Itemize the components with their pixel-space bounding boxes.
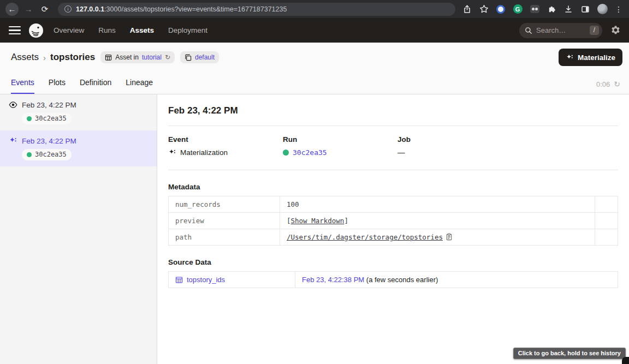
- table-row: num_records 100: [169, 196, 618, 213]
- url-text: 127.0.0.1:3000/assets/topstories?view=ev…: [76, 5, 287, 13]
- table-row: topstory_ids Feb 23, 4:22:38 PM (a few s…: [169, 272, 618, 288]
- app-navbar: Overview Runs Assets Deployment /: [0, 18, 629, 43]
- job-column-label: Job: [397, 135, 512, 144]
- source-data-heading: Source Data: [168, 258, 618, 266]
- asset-page-header: Assets › topstories Asset in tutorial ↻ …: [0, 43, 629, 94]
- materialization-sparkle-icon: [9, 136, 17, 145]
- run-id: 30c2ea35: [35, 151, 67, 158]
- breadcrumb-separator: ›: [43, 53, 46, 62]
- event-timestamp: Feb 23, 4:22 PM: [22, 137, 76, 145]
- metadata-key: num_records: [169, 196, 280, 213]
- job-value: —: [397, 148, 405, 157]
- browser-reload-button[interactable]: ⟳: [38, 3, 51, 16]
- breadcrumb: Assets › topstories: [11, 52, 95, 63]
- timer-value: 0:06: [596, 80, 610, 88]
- table-row: preview [Show Markdown]: [169, 213, 618, 229]
- tag-text: Asset in: [115, 53, 139, 61]
- section-divider: [168, 170, 618, 170]
- table-row: path /Users/tim/.dagster/storage/topstor…: [169, 229, 618, 246]
- back-button-tooltip: Click to go back, hold to see history: [513, 348, 626, 359]
- bookmark-star-icon[interactable]: [479, 4, 489, 14]
- source-timestamp-link[interactable]: Feb 23, 4:22:38 PM: [302, 276, 364, 284]
- bracket-open: [: [287, 217, 291, 225]
- event-detail-title: Feb 23, 4:22 PM: [168, 105, 618, 126]
- downloads-icon[interactable]: [563, 4, 573, 14]
- run-status-dot: [27, 152, 32, 157]
- table-icon: [105, 54, 112, 61]
- run-status-dot: [27, 116, 32, 121]
- refresh-icon[interactable]: ↻: [614, 80, 620, 88]
- extension-goggles-icon[interactable]: [530, 4, 539, 14]
- metadata-value: 100: [287, 200, 299, 208]
- run-column-label: Run: [283, 135, 397, 144]
- materialize-label: Materialize: [578, 53, 615, 62]
- tab-lineage[interactable]: Lineage: [126, 78, 153, 94]
- metadata-key: preview: [169, 213, 280, 229]
- search-shortcut-badge: /: [590, 26, 599, 35]
- nav-item-runs[interactable]: Runs: [98, 26, 116, 34]
- url-host: 127.0.0.1: [76, 5, 104, 13]
- metadata-table: num_records 100 preview [Show Markdown] …: [168, 196, 618, 246]
- event-detail-panel: Feb 23, 4:22 PM Event Materialization Ru…: [157, 94, 629, 364]
- tab-plots[interactable]: Plots: [49, 78, 66, 94]
- eye-icon: [9, 100, 17, 109]
- browser-toolbar: ← → ⟳ i 127.0.0.1:3000/assets/topstories…: [0, 0, 629, 18]
- metadata-heading: Metadata: [168, 183, 618, 191]
- materialize-button[interactable]: Materialize: [559, 49, 622, 66]
- browser-back-button[interactable]: ←: [5, 3, 19, 16]
- nav-item-overview[interactable]: Overview: [54, 26, 84, 34]
- run-id-link[interactable]: 30c2ea35: [293, 148, 327, 157]
- code-location-tag[interactable]: Asset in tutorial ↻: [100, 51, 175, 63]
- global-search[interactable]: /: [519, 23, 602, 38]
- source-asset-link[interactable]: topstory_ids: [187, 276, 225, 284]
- extension-timer-icon[interactable]: [496, 4, 506, 14]
- context-menu-corner: [622, 357, 629, 364]
- source-timestamp-note: (a few seconds earlier): [366, 276, 438, 284]
- url-path: :3000/assets/topstories?view=events&time…: [104, 5, 287, 13]
- group-tag[interactable]: default: [180, 51, 219, 63]
- search-input[interactable]: [536, 26, 586, 34]
- settings-gear-icon[interactable]: [611, 26, 620, 35]
- extensions-puzzle-icon[interactable]: [547, 4, 556, 14]
- event-timestamp: Feb 23, 4:22 PM: [22, 101, 76, 109]
- copy-path-icon[interactable]: [446, 233, 453, 241]
- tab-events[interactable]: Events: [11, 78, 34, 94]
- event-list-sidebar: Feb 23, 4:22 PM 30c2ea35 Feb 23, 4:22 PM…: [0, 94, 157, 364]
- copies-icon: [185, 54, 192, 61]
- run-id-chip[interactable]: 30c2ea35: [22, 149, 72, 160]
- browser-forward-button[interactable]: →: [22, 3, 35, 16]
- refresh-timer: 0:06 ↻: [596, 80, 620, 88]
- tag-tutorial-link[interactable]: tutorial: [142, 53, 162, 61]
- event-list-item-materialization[interactable]: Feb 23, 4:22 PM 30c2ea35: [0, 130, 157, 166]
- address-bar[interactable]: i 127.0.0.1:3000/assets/topstories?view=…: [58, 3, 455, 16]
- run-id-chip[interactable]: 30c2ea35: [22, 113, 72, 124]
- browser-profile-avatar[interactable]: [597, 4, 608, 14]
- materialize-sparkle-icon: [566, 53, 574, 62]
- share-icon[interactable]: [462, 4, 472, 14]
- tab-definition[interactable]: Definition: [80, 78, 111, 94]
- breadcrumb-assets-link[interactable]: Assets: [11, 52, 39, 63]
- run-id: 30c2ea35: [35, 115, 67, 122]
- bracket-close: ]: [344, 217, 348, 225]
- event-type-value: Materialization: [180, 148, 228, 157]
- nav-item-assets[interactable]: Assets: [130, 26, 154, 34]
- breadcrumb-asset-name: topstories: [50, 52, 95, 63]
- path-link[interactable]: /Users/tim/.dagster/storage/topstories: [287, 233, 443, 241]
- group-tag-link[interactable]: default: [195, 53, 215, 61]
- search-icon: [525, 27, 532, 34]
- extension-grammarly-icon[interactable]: G: [513, 4, 523, 14]
- run-status-dot: [283, 150, 289, 156]
- metadata-key: path: [169, 229, 280, 246]
- page-info-icon[interactable]: i: [64, 5, 72, 13]
- show-markdown-link[interactable]: Show Markdown: [291, 217, 345, 225]
- browser-menu-icon[interactable]: ⋮: [615, 5, 622, 14]
- hamburger-menu-icon[interactable]: [9, 26, 21, 35]
- nav-item-deployment[interactable]: Deployment: [168, 26, 207, 34]
- event-column-label: Event: [168, 135, 283, 144]
- dagster-logo[interactable]: [28, 23, 44, 38]
- reload-location-icon[interactable]: ↻: [165, 54, 170, 61]
- sidebar-toggle-icon[interactable]: [580, 4, 590, 14]
- table-icon: [175, 276, 183, 284]
- materialization-sparkle-icon: [168, 148, 176, 157]
- event-list-item-observation[interactable]: Feb 23, 4:22 PM 30c2ea35: [0, 94, 157, 130]
